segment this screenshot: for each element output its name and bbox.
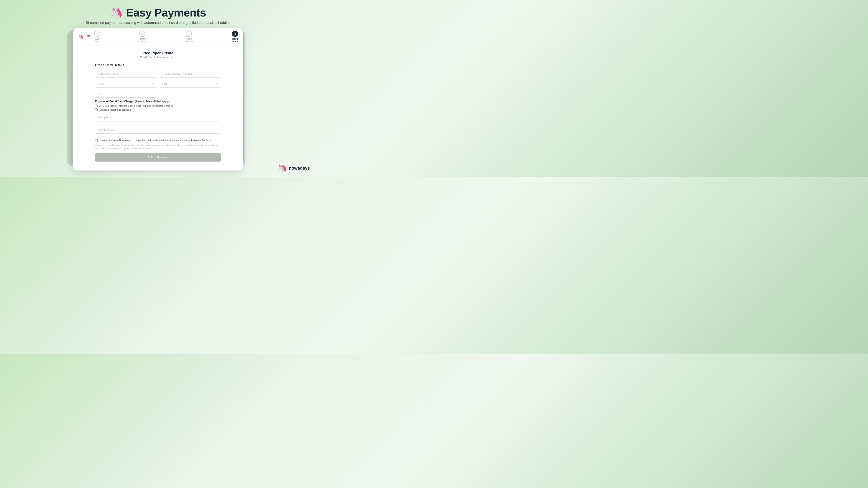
bottom-divider: [95, 165, 221, 165]
cvv-row: [95, 90, 221, 98]
step-4-label: BookVenue: [232, 38, 238, 43]
auth-checkbox[interactable]: [95, 139, 98, 142]
bottom-logo: 🦄 nowadays: [277, 164, 310, 173]
billing-address-input[interactable]: [95, 126, 221, 134]
step-line-2: [146, 35, 184, 35]
cvv-input[interactable]: [95, 90, 157, 98]
disclaimer-text: Please do not provide a Debit Card for t…: [95, 144, 221, 150]
step-3-circle: 3: [186, 31, 192, 37]
top-nav: 🦄 ☰ 1 EventDetails 2 NarrowOption: [73, 28, 243, 46]
auth-text: I hereby authorize Nowadays to charge th…: [99, 139, 211, 142]
hamburger-menu-icon[interactable]: ☰: [87, 34, 91, 39]
step-2-label: NarrowOptions: [138, 38, 146, 43]
nav-logo-icon: 🦄: [78, 34, 84, 40]
step-4-book-venue: 4 BookVenue: [232, 31, 238, 43]
step-1-event-details: 1 EventDetails: [94, 31, 101, 43]
month-select[interactable]: Month January February March April May J…: [95, 80, 157, 88]
step-1-circle: 1: [94, 31, 100, 37]
form-venue-name: Pied Piper Offsite: [95, 51, 221, 55]
step-4-circle: 4: [232, 31, 238, 37]
checkbox-2-label: Deposit according to schedule: [99, 108, 131, 111]
year-select[interactable]: Year 2024 2025 2026 2027 2028 2029 2030: [159, 80, 221, 88]
app-window: 🦄 ☰ 1 EventDetails 2 NarrowOption: [73, 28, 243, 170]
card-stack: 🦄 ☰ 1 EventDetails 2 NarrowOption: [73, 28, 243, 170]
bottom-logo-icon: 🦄: [277, 164, 287, 173]
card-number-input[interactable]: [159, 70, 221, 78]
purpose-title: Purpose of Credit Card Charge: (Please c…: [95, 100, 221, 103]
billing-email-row: [95, 113, 221, 124]
card-expiry-row: Month January February March April May J…: [95, 80, 221, 88]
checkbox-1-label: All Group Rooms, Meeting Space, F&B, Tax…: [99, 104, 173, 107]
section-title: Credit Card Details: [95, 63, 221, 67]
checkbox-all-charges[interactable]: [95, 104, 98, 107]
card-details-row-1: [95, 70, 221, 78]
step-line-3: [194, 35, 232, 35]
page-subtitle: Streamlined payment processing with auto…: [86, 21, 230, 25]
step-2-circle: 2: [139, 31, 145, 37]
cardholder-name-input[interactable]: [95, 70, 157, 78]
billing-email-input[interactable]: [95, 113, 221, 122]
purpose-section: Purpose of Credit Card Charge: (Please c…: [95, 100, 221, 111]
page-title: Easy Payments: [126, 6, 206, 19]
bottom-logo-text: nowadays: [289, 166, 310, 171]
step-3-label: QuoteDashboard: [184, 38, 194, 43]
checkbox-row-2: Deposit according to schedule: [95, 108, 221, 111]
checkbox-row-1: All Group Rooms, Meeting Space, F&B, Tax…: [95, 104, 221, 107]
checkbox-deposit[interactable]: [95, 108, 98, 111]
stepper: 1 EventDetails 2 NarrowOptions 3: [94, 31, 238, 43]
header-logo-icon: 🦄: [110, 7, 123, 18]
step-3-quote-dashboard: 3 QuoteDashboard: [184, 31, 194, 43]
step-1-label: EventDetails: [94, 38, 101, 43]
form-name: Credit Card Authorization Form: [95, 56, 221, 59]
step-2-narrow-options: 2 NarrowOptions: [138, 31, 146, 43]
authorization-row: I hereby authorize Nowadays to charge th…: [95, 139, 221, 142]
main-content: Pied Piper Offsite Credit Card Authoriza…: [73, 46, 243, 170]
submit-payment-button[interactable]: Submit Payment: [95, 153, 221, 162]
billing-address-row: [95, 126, 221, 137]
page-header: 🦄 Easy Payments Streamlined payment proc…: [86, 6, 230, 25]
step-line-1: [101, 35, 138, 35]
